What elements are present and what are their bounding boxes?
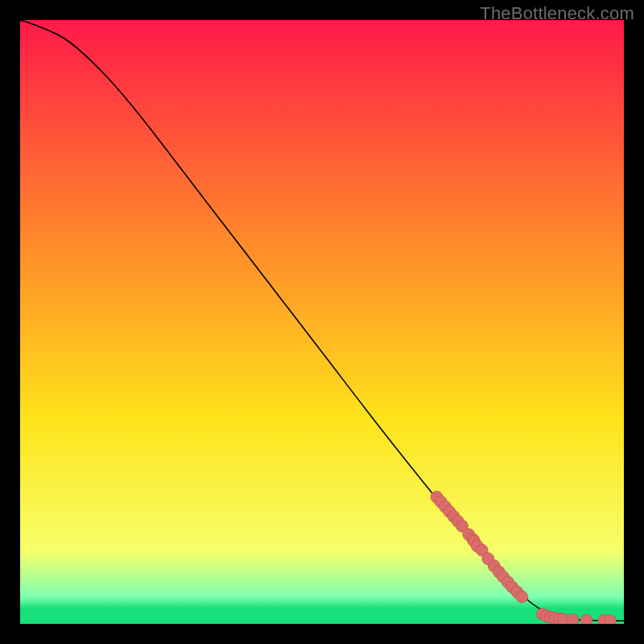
data-point bbox=[580, 614, 592, 624]
chart-svg bbox=[20, 20, 624, 624]
data-point bbox=[567, 614, 579, 624]
plot-area bbox=[20, 20, 624, 624]
gradient-background bbox=[20, 20, 624, 624]
data-point bbox=[516, 591, 528, 603]
chart-stage: TheBottleneck.com bbox=[0, 0, 644, 644]
watermark-label: TheBottleneck.com bbox=[480, 3, 634, 24]
